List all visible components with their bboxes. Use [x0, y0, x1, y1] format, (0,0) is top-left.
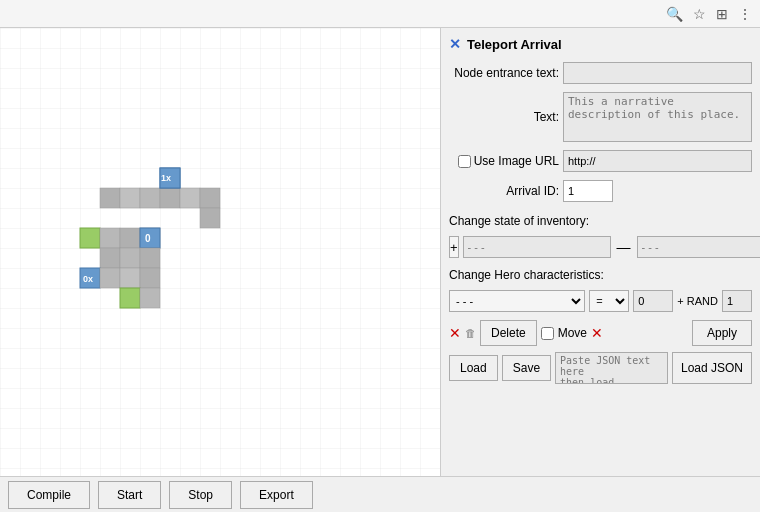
- close-button[interactable]: ✕: [449, 36, 461, 52]
- right-panel: ✕ Teleport Arrival Node entrance text: T…: [440, 28, 760, 476]
- rand-label: + RAND: [677, 295, 718, 307]
- bottom-bar: Compile Start Stop Export: [0, 476, 760, 512]
- svg-rect-2: [120, 188, 140, 208]
- svg-rect-9: [80, 228, 100, 248]
- node-entrance-label: Node entrance text:: [449, 66, 559, 80]
- svg-rect-23: [120, 288, 140, 308]
- top-bar: 🔍 ☆ ⊞ ⋮: [0, 0, 760, 28]
- panel-title-text: Teleport Arrival: [467, 37, 562, 52]
- node-entrance-input[interactable]: [563, 62, 752, 84]
- change-inventory-label: Change state of inventory:: [449, 214, 752, 228]
- svg-rect-17: [140, 248, 160, 268]
- inventory-remove-input[interactable]: [637, 236, 760, 258]
- text-label: Text:: [449, 110, 559, 124]
- move-checkbox[interactable]: [541, 327, 554, 340]
- move-x-icon: ✕: [591, 325, 603, 341]
- svg-rect-1: [100, 188, 120, 208]
- hero-row: - - - = + RAND: [449, 290, 752, 312]
- start-button[interactable]: Start: [98, 481, 161, 509]
- svg-rect-6: [200, 188, 220, 208]
- svg-rect-20: [100, 268, 120, 288]
- json-row: Load Save Load JSON: [449, 352, 752, 384]
- minus-symbol: —: [617, 239, 631, 255]
- search-icon[interactable]: 🔍: [666, 6, 683, 22]
- stop-button[interactable]: Stop: [169, 481, 232, 509]
- apply-button[interactable]: Apply: [692, 320, 752, 346]
- star-icon[interactable]: ☆: [693, 6, 706, 22]
- node-entrance-row: Node entrance text:: [449, 62, 752, 84]
- move-label: Move: [558, 326, 587, 340]
- load-json-button[interactable]: Load JSON: [672, 352, 752, 384]
- use-image-url-label: Use Image URL: [474, 154, 559, 168]
- panel-title: ✕ Teleport Arrival: [449, 36, 752, 52]
- hero-value-input[interactable]: [633, 290, 673, 312]
- arrival-id-label: Arrival ID:: [449, 184, 559, 198]
- add-inventory-button[interactable]: +: [449, 236, 459, 258]
- save-button[interactable]: Save: [502, 355, 551, 381]
- monitor-icon[interactable]: ⊞: [716, 6, 728, 22]
- hero-characteristic-select[interactable]: - - -: [449, 290, 585, 312]
- svg-rect-11: [120, 228, 140, 248]
- arrival-id-row: Arrival ID:: [449, 180, 752, 202]
- svg-rect-21: [120, 268, 140, 288]
- svg-text:1x: 1x: [161, 173, 171, 183]
- svg-rect-16: [120, 248, 140, 268]
- image-url-row: Use Image URL: [449, 150, 752, 172]
- svg-rect-3: [140, 188, 160, 208]
- use-image-url-checkbox[interactable]: [458, 155, 471, 168]
- eq-operator-select[interactable]: =: [589, 290, 629, 312]
- inventory-row: + —: [449, 236, 752, 258]
- inventory-add-input[interactable]: [463, 236, 611, 258]
- svg-rect-15: [100, 248, 120, 268]
- export-button[interactable]: Export: [240, 481, 313, 509]
- json-paste-input[interactable]: [555, 352, 668, 384]
- load-button[interactable]: Load: [449, 355, 498, 381]
- rand-input[interactable]: [722, 290, 752, 312]
- main-area: 1 0 0x 1x: [0, 28, 760, 476]
- text-row: Text:: [449, 92, 752, 142]
- svg-text:0x: 0x: [83, 274, 93, 284]
- delete-x-icon: ✕: [449, 325, 461, 341]
- svg-rect-5: [180, 188, 200, 208]
- change-hero-label: Change Hero characteristics:: [449, 268, 752, 282]
- svg-rect-24: [140, 288, 160, 308]
- svg-text:0: 0: [145, 233, 151, 244]
- trash-icon: 🗑: [465, 327, 476, 339]
- action-row: ✕ 🗑 Delete Move ✕ Apply: [449, 320, 752, 346]
- compile-button[interactable]: Compile: [8, 481, 90, 509]
- grid-canvas: 1 0 0x 1x: [0, 28, 440, 476]
- use-image-url-container: Use Image URL: [449, 154, 559, 168]
- svg-rect-4: [160, 188, 180, 208]
- svg-rect-27: [200, 208, 220, 228]
- image-url-input[interactable]: [563, 150, 752, 172]
- text-input[interactable]: [563, 92, 752, 142]
- svg-rect-22: [140, 268, 160, 288]
- menu-icon[interactable]: ⋮: [738, 6, 752, 22]
- svg-rect-10: [100, 228, 120, 248]
- canvas-area[interactable]: 1 0 0x 1x: [0, 28, 440, 476]
- delete-button[interactable]: Delete: [480, 320, 537, 346]
- svg-rect-0: [0, 28, 440, 476]
- arrival-id-input[interactable]: [563, 180, 613, 202]
